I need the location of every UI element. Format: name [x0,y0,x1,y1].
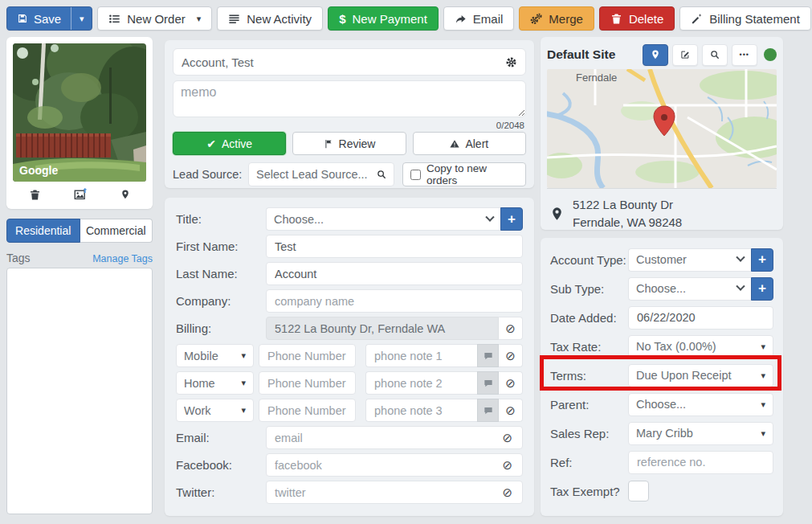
phone-note-comment-button[interactable] [477,344,499,367]
save-dropdown-toggle[interactable]: ▾ [71,7,92,30]
save-icon [18,14,27,23]
save-button[interactable]: Save ▾ [6,6,92,31]
phone-note-input[interactable] [365,399,477,422]
caret-down-icon: ▾ [241,405,246,416]
edit-pencil-icon [680,50,690,59]
add-account-type-button[interactable]: + [751,248,773,272]
tags-label: Tags [6,252,31,264]
check-icon: ✔ [206,137,216,150]
billing-statement-button[interactable]: Billing Statement [679,6,811,31]
sales-rep-row: Sales Rep: Mary Cribb ▾ [550,421,773,445]
street-view-photo: Google [13,43,146,182]
search-icon [710,50,720,59]
sub-type-label: Sub Type: [550,282,628,296]
parent-select[interactable]: Choose... ▾ [628,393,773,416]
no-symbol-icon[interactable]: ⊘ [502,458,514,473]
comment-bubble-icon [484,406,493,416]
add-title-button[interactable]: + [500,207,523,231]
chevron-down-icon [485,212,494,221]
title-label: Title: [176,212,266,226]
account-type-select[interactable]: Customer [628,248,751,272]
memo-textarea[interactable] [173,80,526,117]
phone-type-select[interactable]: Home ▾ [176,371,254,395]
clear-billing-button[interactable]: ⊘ [499,317,523,340]
residential-toggle[interactable]: Residential [6,219,80,243]
first-name-input[interactable] [266,235,523,258]
gears-icon [530,13,542,25]
commercial-toggle[interactable]: Commercial [80,219,153,243]
phone-note-input[interactable] [365,344,477,367]
clear-phone-button[interactable]: ⊘ [499,344,523,367]
no-symbol-icon[interactable]: ⊘ [502,431,514,445]
sub-type-select[interactable]: Choose... [628,277,751,301]
account-name-field-wrap [173,48,526,76]
status-review-button[interactable]: Review [292,132,406,155]
last-name-label: Last Name: [176,267,266,280]
tags-list-box[interactable] [6,268,153,514]
new-activity-label: New Activity [247,12,312,26]
delete-button[interactable]: Delete [599,6,675,31]
photo-location-button[interactable] [120,190,130,199]
phone-type-select[interactable]: Mobile ▾ [176,344,254,367]
company-label: Company: [176,294,266,308]
no-symbol-icon[interactable]: ⊘ [502,485,514,500]
upload-photo-button[interactable] [74,188,88,202]
phone-number-input[interactable] [259,344,356,367]
site-status-dot [764,48,777,61]
phone-number-input[interactable] [259,371,356,395]
sales-rep-select[interactable]: Mary Cribb ▾ [628,422,773,445]
twitter-input[interactable] [275,486,502,499]
email-button[interactable]: Email [443,6,515,31]
search-icon[interactable] [377,170,386,179]
new-order-label: New Order [127,12,186,26]
new-activity-button[interactable]: New Activity [217,6,323,31]
account-name-input[interactable] [182,55,505,69]
email-input[interactable] [275,432,502,444]
add-sub-type-button[interactable]: + [751,277,773,301]
phone-type-select[interactable]: Work ▾ [176,399,254,422]
clear-phone-button[interactable]: ⊘ [499,399,523,422]
site-map-pin-button[interactable] [643,44,668,66]
parent-row: Parent: Choose... ▾ [550,392,773,416]
clear-phone-button[interactable]: ⊘ [499,371,523,395]
site-search-button[interactable] [702,44,728,66]
facebook-input[interactable] [275,459,502,472]
terms-select[interactable]: Due Upon Receipt ▾ [628,364,773,387]
address-line-1: 5122 La Bounty Dr [573,196,682,214]
merge-button[interactable]: Merge [519,6,594,31]
site-edit-button[interactable] [672,44,698,66]
site-map[interactable]: Ferndale [547,69,777,188]
parent-value: Choose... [636,398,761,411]
phone-number-input[interactable] [259,399,356,422]
terms-value: Due Upon Receipt [636,369,761,382]
phone-note-comment-button[interactable] [477,371,499,395]
copy-to-new-orders-checkbox[interactable] [410,170,421,180]
title-row: Title: Choose... + [176,207,523,231]
site-more-button[interactable]: ••• [732,44,757,66]
delete-photo-button[interactable] [29,189,41,201]
ref-input[interactable] [628,451,773,474]
gear-icon[interactable] [505,56,517,68]
map-city-label: Ferndale [576,72,617,84]
lead-source-input[interactable] [256,168,377,181]
status-alert-label: Alert [465,137,488,150]
lead-source-field-wrap [248,162,394,186]
manage-tags-link[interactable]: Manage Tags [92,253,153,264]
last-name-input[interactable] [266,262,523,285]
phone-note-comment-button[interactable] [477,399,499,422]
date-added-input[interactable] [628,306,773,330]
phone-note-input[interactable] [365,371,477,395]
tax-rate-select[interactable]: No Tax (0.00%) ▾ [628,335,773,358]
copy-to-new-orders-option[interactable]: Copy to new orders [402,162,526,186]
new-order-button[interactable]: New Order ▾ [97,6,212,31]
tax-exempt-checkbox[interactable] [628,481,649,501]
company-input[interactable] [266,289,523,313]
status-alert-button[interactable]: Alert [413,132,526,155]
tax-rate-value: No Tax (0.00%) [636,340,761,353]
title-select[interactable]: Choose... [266,207,500,231]
status-active-button[interactable]: ✔ Active [173,132,286,155]
no-symbol-icon: ⊘ [505,376,516,391]
new-payment-button[interactable]: $ New Payment [328,6,439,31]
phone-row: Home ▾ ⊘ [176,371,523,395]
no-symbol-icon: ⊘ [505,403,516,418]
